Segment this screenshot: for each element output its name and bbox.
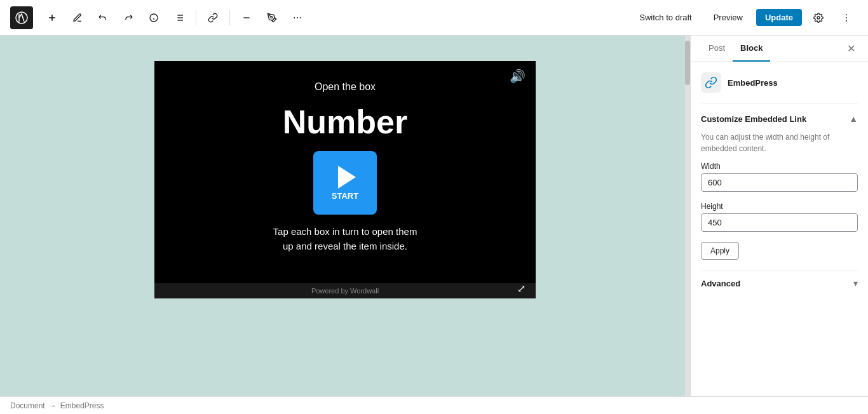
svg-point-20 bbox=[846, 17, 847, 18]
preview-button[interactable]: Preview bbox=[705, 8, 751, 27]
toolbar-left bbox=[41, 6, 309, 29]
apply-button[interactable]: Apply bbox=[701, 242, 739, 260]
canvas-scrollbar[interactable] bbox=[685, 36, 690, 396]
embedpress-icon-button[interactable] bbox=[201, 6, 224, 29]
wp-logo bbox=[10, 6, 33, 29]
main-area: 🔊 Open the box Number START Tap each box… bbox=[0, 36, 868, 396]
breadcrumb-document[interactable]: Document bbox=[10, 401, 45, 410]
svg-point-16 bbox=[297, 17, 298, 18]
switch-to-draft-button[interactable]: Switch to draft bbox=[631, 8, 700, 27]
tools-button[interactable] bbox=[66, 6, 89, 29]
add-block-button[interactable] bbox=[41, 6, 64, 29]
embed-content: 🔊 Open the box Number START Tap each box… bbox=[154, 61, 536, 283]
height-label: Height bbox=[701, 202, 858, 211]
separator-button[interactable] bbox=[235, 6, 258, 29]
height-field-group: Height bbox=[701, 202, 858, 232]
customize-section-toggle[interactable]: ▲ bbox=[849, 114, 858, 124]
toolbar: Switch to draft Preview Update bbox=[0, 0, 868, 36]
info-button[interactable] bbox=[142, 6, 165, 29]
customize-section-header: Customize Embedded Link ▲ bbox=[701, 114, 858, 124]
embed-block[interactable]: 🔊 Open the box Number START Tap each box… bbox=[154, 61, 536, 298]
embed-play-button[interactable]: START bbox=[313, 151, 377, 215]
chevron-down-icon: ▾ bbox=[853, 278, 858, 288]
height-input[interactable] bbox=[701, 213, 858, 232]
breadcrumb-arrow: → bbox=[49, 401, 57, 410]
canvas-scroll-thumb bbox=[685, 41, 690, 85]
embedpress-header: EmbedPress bbox=[701, 72, 858, 104]
width-input[interactable] bbox=[701, 173, 858, 192]
svg-point-15 bbox=[294, 17, 295, 18]
settings-button[interactable] bbox=[807, 6, 830, 29]
play-triangle-icon bbox=[338, 166, 356, 189]
redo-button[interactable] bbox=[117, 6, 140, 29]
embedpress-name: EmbedPress bbox=[728, 78, 778, 88]
update-button[interactable]: Update bbox=[756, 9, 802, 26]
volume-icon[interactable]: 🔊 bbox=[510, 69, 526, 84]
svg-point-19 bbox=[846, 14, 847, 15]
embed-heading: Number bbox=[283, 103, 407, 141]
sidebar-close-button[interactable]: ✕ bbox=[844, 40, 858, 57]
toolbar-divider-2 bbox=[229, 10, 230, 25]
toolbar-divider-1 bbox=[196, 10, 196, 25]
width-label: Width bbox=[701, 162, 858, 171]
advanced-header[interactable]: Advanced ▾ bbox=[701, 270, 858, 296]
undo-button[interactable] bbox=[92, 6, 114, 29]
editor-canvas[interactable]: 🔊 Open the box Number START Tap each box… bbox=[0, 36, 690, 396]
embed-description: Tap each box in turn to open themup and … bbox=[273, 225, 417, 253]
right-sidebar: Post Block ✕ EmbedPress Customize Embedd… bbox=[690, 36, 868, 396]
tab-post[interactable]: Post bbox=[701, 36, 733, 62]
format-button[interactable] bbox=[261, 6, 283, 29]
width-field-group: Width bbox=[701, 162, 858, 192]
embedpress-icon bbox=[701, 72, 721, 93]
kebab-menu-button[interactable] bbox=[835, 6, 858, 29]
breadcrumb-plugin[interactable]: EmbedPress bbox=[60, 401, 104, 410]
start-label: START bbox=[332, 191, 358, 201]
toolbar-right: Switch to draft Preview Update bbox=[631, 6, 858, 29]
list-view-button[interactable] bbox=[168, 6, 191, 29]
fullscreen-icon[interactable]: ⤢ bbox=[517, 283, 526, 295]
breadcrumb: Document → EmbedPress bbox=[0, 396, 868, 414]
svg-point-21 bbox=[846, 20, 847, 21]
svg-point-17 bbox=[300, 17, 301, 18]
svg-point-18 bbox=[817, 17, 820, 19]
sidebar-content: EmbedPress Customize Embedded Link ▲ You… bbox=[691, 62, 868, 396]
customize-section-title: Customize Embedded Link bbox=[701, 114, 806, 124]
embed-footer: Powered by Wordwall bbox=[154, 283, 536, 298]
sidebar-tabs: Post Block ✕ bbox=[691, 36, 868, 62]
customize-section-desc: You can adjust the width and height of e… bbox=[701, 131, 858, 154]
tab-block[interactable]: Block bbox=[733, 36, 770, 62]
advanced-title: Advanced bbox=[701, 279, 740, 288]
embed-title: Open the box bbox=[315, 81, 376, 93]
svg-point-14 bbox=[271, 17, 273, 18]
advanced-section: Advanced ▾ bbox=[701, 270, 858, 296]
more-options-button[interactable] bbox=[286, 6, 309, 29]
